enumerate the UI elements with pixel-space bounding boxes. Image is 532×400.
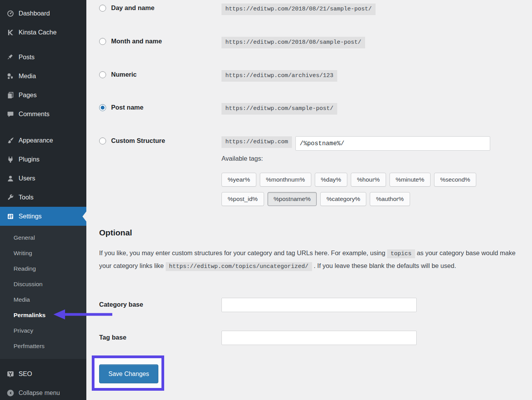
sidebar-item-pages[interactable]: Pages	[0, 86, 86, 105]
tag-button-minute[interactable]: %minute%	[390, 173, 431, 187]
tag-button-category[interactable]: %category%	[320, 192, 366, 206]
sidebar-item-label: Kinsta Cache	[19, 29, 57, 36]
sidebar-item-label: Tools	[19, 194, 34, 201]
submenu-item-perfmatters[interactable]: Perfmatters	[0, 338, 86, 354]
example-category-url-code: https://editwp.com/topics/uncategorized/	[166, 262, 312, 271]
plug-icon	[7, 156, 14, 163]
tag-base-input[interactable]	[221, 331, 417, 345]
radio-custom-structure[interactable]	[99, 137, 106, 144]
admin-menu: Dashboard Kinsta Cache Posts Media Page	[0, 0, 86, 226]
radio-month-and-name[interactable]	[99, 38, 106, 45]
sidebar-item-label: Posts	[19, 53, 34, 61]
option-label: Month and name	[111, 38, 162, 45]
tag-button-postname[interactable]: %postname%	[268, 192, 317, 206]
tag-button-monthnum[interactable]: %monthnum%	[260, 173, 311, 187]
tag-button-second[interactable]: %second%	[434, 173, 477, 187]
option-row-day-and-name: Day and name https://editwp.com/2018/08/…	[99, 3, 376, 15]
sidebar-item-seo[interactable]: SEO	[0, 364, 86, 383]
option-label: Post name	[111, 104, 143, 111]
tag-base-row: Tag base	[99, 331, 417, 345]
collapse-menu-button[interactable]: Collapse menu	[0, 383, 86, 400]
settings-sliders-icon	[7, 213, 14, 220]
sidebar-item-users[interactable]: Users	[0, 169, 86, 188]
tag-button-post-id[interactable]: %post_id%	[221, 192, 264, 206]
category-base-input[interactable]	[221, 298, 417, 312]
media-icon	[7, 72, 14, 80]
pushpin-icon	[7, 53, 14, 61]
tag-base-label: Tag base	[99, 331, 221, 341]
permalink-settings-content: Day and name https://editwp.com/2018/08/…	[86, 0, 532, 400]
paintbrush-icon	[7, 137, 14, 144]
yoast-seo-icon	[7, 370, 14, 378]
submenu-item-general[interactable]: General	[0, 230, 86, 245]
submenu-item-writing[interactable]: Writing	[0, 245, 86, 261]
save-changes-button[interactable]: Save Changes	[99, 364, 158, 383]
optional-text-1: If you like, you may enter custom struct…	[99, 249, 385, 256]
option-row-custom-structure: Custom Structure https://editwp.com	[99, 136, 490, 151]
option-row-month-and-name: Month and name https://editwp.com/2018/0…	[99, 37, 365, 48]
custom-structure-input[interactable]	[295, 136, 490, 151]
site-url-prefix: https://editwp.com	[221, 136, 292, 148]
submenu-item-media[interactable]: Media	[0, 292, 86, 307]
sidebar-item-label: Appearance	[19, 137, 53, 144]
sidebar-item-tools[interactable]: Tools	[0, 188, 86, 207]
option-label: Day and name	[111, 4, 154, 12]
sidebar-item-label: Users	[19, 175, 35, 182]
sidebar-item-dashboard[interactable]: Dashboard	[0, 4, 86, 23]
menu-separator	[0, 42, 86, 48]
sidebar-item-label: SEO	[19, 370, 32, 378]
sidebar-item-label: Dashboard	[19, 10, 50, 17]
optional-text-3: . If you leave these blank the defaults …	[314, 262, 456, 269]
sidebar-item-kinsta-cache[interactable]: Kinsta Cache	[0, 23, 86, 42]
sidebar-item-label: Media	[19, 72, 36, 80]
radio-numeric[interactable]	[99, 71, 106, 78]
submenu-item-privacy[interactable]: Privacy	[0, 323, 86, 338]
tag-button-author[interactable]: %author%	[370, 192, 410, 206]
permalink-example: https://editwp.com/2018/08/21/sample-pos…	[221, 3, 376, 15]
collapse-arrow-icon	[7, 389, 14, 397]
sidebar-item-settings[interactable]: Settings	[0, 207, 86, 226]
sidebar-item-plugins[interactable]: Plugins	[0, 150, 86, 169]
optional-description-row: If you like, you may enter custom struct…	[99, 247, 524, 273]
submenu-item-reading[interactable]: Reading	[0, 261, 86, 276]
settings-submenu: General Writing Reading Discussion Media…	[0, 226, 86, 359]
sidebar-item-label: Pages	[19, 91, 37, 99]
option-label: Custom Structure	[111, 137, 165, 144]
kinsta-icon	[7, 29, 14, 36]
wrench-icon	[7, 194, 14, 201]
available-tags-row-2: %post_id% %postname% %category% %author%	[221, 192, 410, 206]
sidebar-item-label: Settings	[19, 213, 42, 220]
available-tags-row: Available tags:	[221, 155, 263, 162]
sidebar-item-appearance[interactable]: Appearance	[0, 131, 86, 150]
option-label: Numeric	[111, 71, 137, 78]
option-row-post-name: Post name https://editwp.com/sample-post…	[99, 103, 337, 115]
tag-button-year[interactable]: %year%	[221, 173, 256, 187]
optional-section-heading-row: Optional	[99, 228, 132, 237]
sidebar-item-media[interactable]: Media	[0, 67, 86, 86]
option-row-numeric: Numeric https://editwp.com/archives/123	[99, 70, 337, 82]
sidebar-item-posts[interactable]: Posts	[0, 48, 86, 67]
radio-day-and-name[interactable]	[99, 5, 106, 12]
user-icon	[7, 175, 14, 182]
active-menu-notch	[82, 211, 86, 221]
permalink-example: https://editwp.com/archives/123	[221, 70, 337, 82]
permalinks-arrow-annotation	[53, 309, 112, 320]
submenu-item-discussion[interactable]: Discussion	[0, 276, 86, 292]
sidebar-item-label: Comments	[19, 110, 50, 118]
topics-code: topics	[387, 249, 415, 258]
category-base-row: Category base	[99, 298, 417, 312]
optional-heading: Optional	[99, 228, 132, 237]
admin-sidebar: Dashboard Kinsta Cache Posts Media Page	[0, 0, 86, 400]
tag-button-hour[interactable]: %hour%	[351, 173, 386, 187]
pages-icon	[7, 91, 14, 99]
permalink-example: https://editwp.com/sample-post/	[221, 103, 337, 115]
comment-bubble-icon	[7, 110, 14, 118]
sidebar-item-label: Plugins	[19, 156, 39, 163]
optional-description: If you like, you may enter custom struct…	[99, 247, 524, 273]
sidebar-item-comments[interactable]: Comments	[0, 105, 86, 124]
collapse-menu-label: Collapse menu	[19, 390, 60, 397]
available-tags-label: Available tags:	[221, 155, 263, 162]
tag-button-day[interactable]: %day%	[315, 173, 348, 187]
radio-post-name[interactable]	[99, 104, 106, 111]
menu-separator	[0, 124, 86, 131]
